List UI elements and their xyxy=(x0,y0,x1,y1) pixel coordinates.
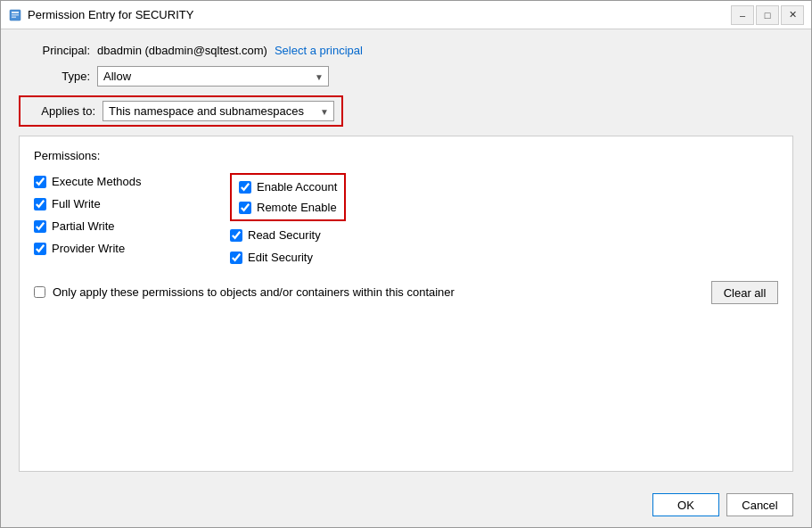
close-button[interactable]: ✕ xyxy=(781,5,804,25)
read-security-label: Read Security xyxy=(248,228,321,242)
window-title: Permission Entry for SECURITY xyxy=(28,8,731,21)
perm-remote-enable: Remote Enable xyxy=(239,199,337,216)
applies-to-label: Applies to: xyxy=(24,104,95,118)
minimize-button[interactable]: – xyxy=(731,5,754,25)
partial-write-label: Partial Write xyxy=(52,219,115,233)
cancel-button[interactable]: Cancel xyxy=(726,493,793,516)
type-select-wrapper: Allow Deny ▼ xyxy=(97,66,329,87)
remote-enable-checkbox[interactable] xyxy=(239,202,251,214)
perm-read-security: Read Security xyxy=(230,227,346,243)
applies-to-row: Applies to: This namespace and subnamesp… xyxy=(19,95,343,127)
bottom-bar: OK Cancel xyxy=(1,486,811,527)
read-security-checkbox[interactable] xyxy=(230,229,242,242)
execute-methods-label: Execute Methods xyxy=(52,175,141,188)
principal-value: dbadmin (dbadmin@sqltest.com) xyxy=(97,44,267,57)
applies-to-select-wrapper: This namespace and subnamespaces This na… xyxy=(103,101,334,121)
remote-enable-label: Remote Enable xyxy=(257,201,337,214)
edit-security-label: Edit Security xyxy=(248,251,313,264)
highlighted-permissions-group: Enable Account Remote Enable xyxy=(230,173,346,221)
principal-row: Principal: dbadmin (dbadmin@sqltest.com)… xyxy=(19,44,793,57)
only-apply-row: Only apply these permissions to objects … xyxy=(34,280,711,304)
maximize-button[interactable]: □ xyxy=(756,5,779,25)
enable-account-checkbox[interactable] xyxy=(239,181,251,194)
perm-full-write: Full Write xyxy=(34,195,194,212)
type-select[interactable]: Allow Deny xyxy=(97,66,329,87)
dialog-window: Permission Entry for SECURITY – □ ✕ Prin… xyxy=(0,0,812,528)
perm-enable-account: Enable Account xyxy=(239,178,337,195)
full-write-checkbox[interactable] xyxy=(34,198,46,210)
permissions-columns: Execute Methods Full Write Partial Write… xyxy=(34,173,778,266)
permissions-section: Permissions: Execute Methods Full Write … xyxy=(19,136,793,472)
provider-write-label: Provider Write xyxy=(52,242,125,255)
window-icon xyxy=(8,8,22,22)
principal-label: Principal: xyxy=(19,44,90,57)
perm-provider-write: Provider Write xyxy=(34,240,194,257)
execute-methods-checkbox[interactable] xyxy=(34,176,46,188)
svg-rect-3 xyxy=(12,16,16,18)
permissions-title: Permissions: xyxy=(34,149,778,162)
clear-all-button[interactable]: Clear all xyxy=(711,281,778,304)
permissions-right-col: Enable Account Remote Enable Read Securi… xyxy=(230,173,346,266)
svg-rect-2 xyxy=(12,14,19,16)
select-principal-link[interactable]: Select a principal xyxy=(275,44,363,57)
edit-security-checkbox[interactable] xyxy=(230,252,242,264)
only-apply-label: Only apply these permissions to objects … xyxy=(53,285,455,299)
permissions-left-col: Execute Methods Full Write Partial Write… xyxy=(34,173,194,266)
type-row: Type: Allow Deny ▼ xyxy=(19,66,793,87)
title-bar: Permission Entry for SECURITY – □ ✕ xyxy=(1,1,811,29)
only-apply-checkbox[interactable] xyxy=(34,286,45,298)
partial-write-checkbox[interactable] xyxy=(34,220,46,233)
window-controls: – □ ✕ xyxy=(731,5,804,25)
permissions-footer: Only apply these permissions to objects … xyxy=(34,271,778,304)
perm-partial-write: Partial Write xyxy=(34,218,194,235)
type-label: Type: xyxy=(19,70,90,83)
ok-button[interactable]: OK xyxy=(652,493,719,516)
enable-account-label: Enable Account xyxy=(257,180,337,194)
applies-to-select[interactable]: This namespace and subnamespaces This na… xyxy=(103,101,334,121)
perm-edit-security: Edit Security xyxy=(230,249,346,266)
provider-write-checkbox[interactable] xyxy=(34,243,46,255)
full-write-label: Full Write xyxy=(52,197,101,210)
svg-rect-1 xyxy=(12,12,19,13)
perm-execute-methods: Execute Methods xyxy=(34,173,194,190)
dialog-content: Principal: dbadmin (dbadmin@sqltest.com)… xyxy=(1,29,811,486)
